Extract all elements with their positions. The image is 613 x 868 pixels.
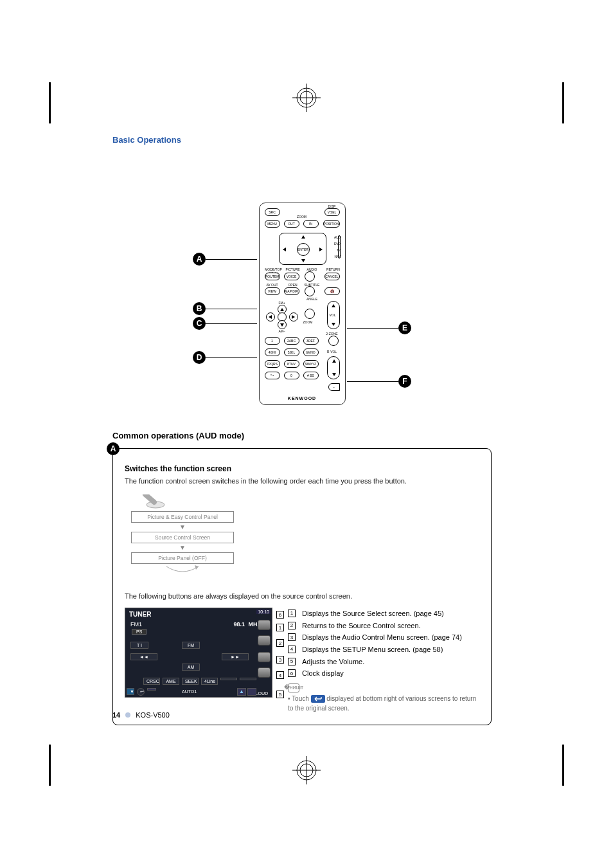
- legend-row: 1Displays the Source Select screen. (pag…: [288, 608, 479, 620]
- callout-f: F: [398, 375, 411, 388]
- am-label: AM−: [279, 329, 285, 333]
- key-9: 9WXYZ: [303, 360, 319, 368]
- callout-e: E: [398, 321, 411, 334]
- audio-button: [305, 271, 315, 282]
- mapdir-button: MAP DIR: [284, 287, 299, 295]
- topic-callout-a: A: [107, 442, 120, 455]
- ss-src: [147, 688, 156, 691]
- picture-label: PICTURE: [285, 267, 301, 271]
- ss-fm: FM: [182, 642, 200, 649]
- vol-label: VOL: [330, 313, 336, 317]
- key-0: 0: [284, 372, 299, 379]
- page-number: 14: [112, 711, 120, 719]
- flow-step: Source Control Screen: [131, 532, 234, 543]
- legend-num: 3: [288, 633, 296, 641]
- ss-ti: T I: [130, 642, 148, 649]
- side-5: [247, 688, 256, 696]
- buttons-intro: The following buttons are always display…: [125, 591, 479, 602]
- topic-title: Switches the function screen: [125, 464, 479, 473]
- page-footer: 14 KOS-V500: [112, 711, 170, 719]
- note-icon: �ништ: [288, 683, 299, 692]
- ss-mode: AUTO1: [182, 689, 197, 694]
- ss-band: FM1: [130, 621, 142, 628]
- callout-b: B: [193, 302, 206, 315]
- src-button: SRC: [265, 208, 280, 216]
- ss-freq: 98.1: [233, 621, 245, 628]
- up-arrow-icon: [301, 235, 305, 239]
- key-5: 5JKL: [284, 348, 299, 356]
- footer-dot-icon: [125, 712, 130, 718]
- cross-pad: FM+ AM−: [265, 302, 299, 330]
- legend-text: Adjusts the Volume.: [302, 656, 364, 668]
- topic-box: A Switches the function screen The funct…: [112, 448, 492, 725]
- trim-mark: [49, 82, 51, 123]
- key-3: 3DEF: [303, 337, 319, 345]
- callout-line: [347, 381, 398, 382]
- cross-down: [278, 320, 287, 329]
- side-2: [258, 635, 271, 646]
- flow-arrow-icon: ▼: [125, 545, 240, 551]
- angle-button: [305, 309, 315, 319]
- legend-row: 4Displays the SETUP Menu screen. (page 5…: [288, 644, 479, 656]
- dpad: ENTER: [279, 233, 326, 265]
- brand-label: KENWOOD: [260, 396, 345, 401]
- vsel-button: V.SEL: [324, 208, 340, 216]
- ss-ret: ↩: [137, 688, 145, 696]
- legend-num: 1: [288, 610, 296, 617]
- callout-d: D: [193, 351, 206, 364]
- voice-button: VOICE: [284, 273, 299, 280]
- cross-right: [289, 312, 298, 321]
- ss-b3: 4Line: [201, 678, 218, 685]
- view-button: VIEW: [265, 287, 280, 295]
- flow-loop-icon: [125, 565, 240, 578]
- subtitle-button: [305, 286, 315, 296]
- pointer-1: 1: [276, 624, 284, 631]
- flow-arrow-icon: ▼: [125, 524, 240, 530]
- callout-line: [206, 259, 257, 260]
- side-1: [258, 620, 271, 630]
- legend-row: 6Clock display: [288, 667, 479, 680]
- ss-clock: 10:10: [256, 610, 271, 614]
- legend-text: Returns to the Source Control screen.: [302, 620, 421, 632]
- ss-am: AM: [182, 664, 200, 671]
- registration-mark-bottom: [292, 756, 321, 784]
- twozone-label: 2-ZONE: [324, 332, 340, 336]
- ss-title: TUNER: [129, 611, 151, 618]
- callout-line: [206, 309, 257, 309]
- legend-text: Displays the Audio Control Menu screen. …: [302, 631, 462, 644]
- legend-text: Displays the SETUP Menu screen. (page 58…: [302, 644, 443, 656]
- remote-diagram: A B C D E F SRC DISP V.SEL ZOOM MENU OUT…: [231, 203, 373, 405]
- return-icon: [311, 695, 325, 703]
- ss-b4: [220, 678, 237, 680]
- flow-step: Picture Panel (OFF): [131, 552, 234, 564]
- legend-num: 6: [288, 669, 296, 677]
- legend-num: 5: [288, 658, 296, 665]
- cross-left: [266, 312, 275, 321]
- callout-a: A: [193, 253, 206, 266]
- audio-label: AUDIO: [305, 267, 320, 271]
- tuner-screenshot-wrap: TUNER 10:10 FM1 98.1 MHz PS T I FM ◄◄ ►►…: [125, 608, 272, 698]
- mode-slider: [338, 235, 341, 258]
- menu-button: MENU: [265, 220, 280, 228]
- callout-line: [206, 323, 257, 324]
- pointer-4: 4: [276, 671, 284, 679]
- vol-down-icon: [332, 323, 335, 326]
- trim-mark: [49, 745, 51, 786]
- flow-diagram: Picture & Easy Control Panel ▼ Source Co…: [125, 494, 240, 578]
- right-arrow-icon: [319, 248, 323, 251]
- section-heading: Common operations (AUD mode): [112, 431, 492, 440]
- out-button: OUT: [284, 220, 299, 228]
- svg-marker-9: [195, 565, 199, 570]
- avout-label: AV OUT: [265, 283, 280, 287]
- vol-up-icon: [332, 304, 335, 307]
- page-content: Basic Operations A B C D E F SRC DISP V.…: [112, 135, 492, 725]
- chapter-title: Basic Operations: [112, 135, 492, 145]
- registration-mark-top: [292, 84, 321, 112]
- note-prefix: Touch: [292, 695, 309, 702]
- remote-body: SRC DISP V.SEL ZOOM MENU OUT IN POSITION…: [259, 203, 346, 405]
- pointer-3: 3: [276, 656, 284, 664]
- pointer-6: 6: [276, 611, 284, 619]
- side-3: [258, 652, 271, 662]
- ss-b0: CRSC: [143, 678, 160, 685]
- left-arrow-icon: [283, 248, 286, 251]
